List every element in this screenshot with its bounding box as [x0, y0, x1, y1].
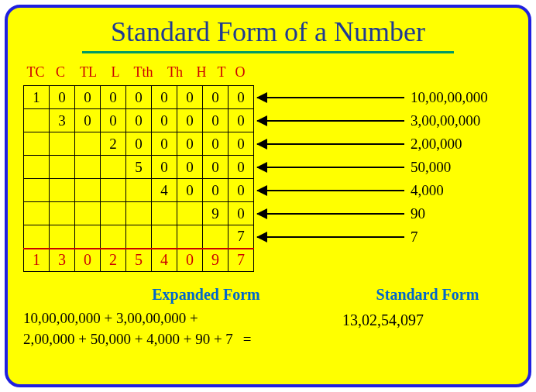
header-tl: TL	[73, 64, 104, 81]
header-t: T	[212, 64, 231, 81]
arrow-icon	[257, 190, 404, 191]
header-o: O	[231, 64, 249, 81]
arrow-icon	[257, 213, 404, 215]
standard-form-value: 13,02,54,097	[342, 311, 513, 329]
table-row: 90	[24, 202, 254, 225]
main-panel: Standard Form of a Number TC C TL L Tth …	[5, 5, 531, 387]
table-row: 200000	[24, 132, 254, 156]
sum-row: 130254097	[24, 249, 254, 272]
header-th: Th	[160, 64, 191, 81]
page-wrapper: Standard Form of a Number TC C TL L Tth …	[0, 0, 536, 392]
header-tc: TC	[23, 64, 48, 81]
value-label: 50,000	[407, 156, 488, 179]
table-row: 4000	[24, 179, 254, 202]
arrow-icon	[257, 97, 404, 98]
standard-form-label: Standard Form	[342, 286, 513, 304]
standard-form-block: Standard Form 13,02,54,097	[342, 286, 513, 329]
header-c: C	[48, 64, 73, 81]
title-underline	[82, 51, 454, 53]
header-l: L	[104, 64, 127, 81]
expanded-form-block: Expanded Form 10,00,00,000 + 3,00,00,000…	[23, 286, 327, 349]
arrow-icon	[257, 143, 404, 145]
value-label: 10,00,00,000	[407, 86, 488, 109]
table-row: 7	[24, 225, 254, 249]
table-row: 30000000	[24, 109, 254, 132]
header-tth: Tth	[127, 64, 160, 81]
value-label: 2,00,000	[407, 132, 488, 156]
value-label: 4,000	[407, 179, 488, 202]
expanded-form-label: Expanded Form	[85, 286, 327, 304]
table-row: 50000	[24, 156, 254, 179]
equals-sign: =	[243, 329, 252, 350]
value-label: 3,00,00,000	[407, 109, 488, 132]
arrow-icon	[257, 167, 404, 168]
table-wrap: TC C TL L Tth Th H T O 100000000 3000000…	[23, 64, 254, 272]
value-label: 90	[407, 202, 488, 225]
arrow-icon	[257, 236, 404, 238]
content-row: TC C TL L Tth Th H T O 100000000 3000000…	[23, 64, 513, 272]
values-column: 10,00,00,000 3,00,00,000 2,00,000 50,000…	[407, 64, 488, 249]
arrow-icon	[257, 120, 404, 122]
header-h: H	[191, 64, 212, 81]
place-value-table: 100000000 30000000 200000 50000 4000	[23, 85, 254, 272]
table-row: 100000000	[24, 86, 254, 109]
expanded-form-text: 10,00,00,000 + 3,00,00,000 + 2,00,000 + …	[23, 308, 327, 349]
page-title: Standard Form of a Number	[23, 15, 513, 48]
value-label: 7	[407, 225, 488, 249]
column-headers: TC C TL L Tth Th H T O	[23, 64, 254, 81]
arrows-column	[257, 64, 404, 249]
bottom-section: Expanded Form 10,00,00,000 + 3,00,00,000…	[23, 286, 513, 349]
